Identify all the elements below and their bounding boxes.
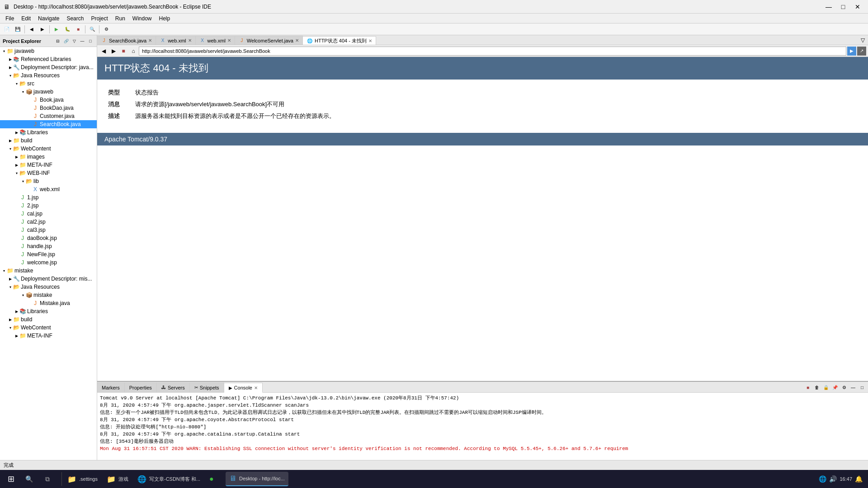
debug-button[interactable]: 🐛	[62, 24, 72, 34]
taskbar-item-csdn[interactable]: 🌐 写文章-CSDN博客 和...	[134, 472, 204, 486]
taskbar-item-search[interactable]: 🔍	[22, 472, 40, 486]
tree-node-deploy-desc[interactable]: ▶ 🔧 Deployment Descriptor: java...	[0, 63, 97, 71]
menu-help[interactable]: Help	[156, 14, 174, 23]
tab-close-http404[interactable]: ✕	[368, 38, 372, 43]
tree-node-meta-inf-mis[interactable]: ▶ 📁 META-INF	[0, 332, 97, 340]
toggle-pkg[interactable]: ▾	[21, 90, 25, 94]
taskbar-item-eclipse[interactable]: 🖥 Desktop - http://loc...	[226, 472, 288, 486]
tree-node-newfile-jsp[interactable]: ▶ J NewFile.jsp	[0, 250, 97, 258]
minimize-panel-icon[interactable]: —	[79, 38, 86, 45]
toggle-java-res[interactable]: ▾	[8, 74, 13, 78]
tab-web1[interactable]: X web.xml ✕	[156, 36, 195, 45]
toggle-mistake[interactable]: ▾	[2, 269, 6, 273]
toggle-libraries[interactable]: ▶	[14, 131, 19, 135]
console-maximize-btn[interactable]: □	[858, 383, 866, 391]
toggle-deploy-mis[interactable]: ▶	[8, 277, 13, 281]
toggle-images[interactable]: ▶	[14, 155, 19, 159]
tree-node-daobook-jsp[interactable]: ▶ J daoBook.jsp	[0, 234, 97, 242]
close-button[interactable]: ✕	[851, 2, 864, 11]
browser-back-btn[interactable]: ◀	[99, 47, 108, 56]
tree-node-jsp2[interactable]: ▶ J 2.jsp	[0, 202, 97, 210]
toggle-libraries-mis[interactable]: ▶	[14, 310, 19, 314]
taskbar-item-games[interactable]: 📁 游戏	[103, 472, 132, 486]
forward-button[interactable]: ▶	[38, 24, 47, 34]
menu-file[interactable]: File	[2, 14, 18, 23]
toggle-ref-libs[interactable]: ▶	[8, 57, 13, 61]
tree-node-build[interactable]: ▶ 📁 build	[0, 136, 97, 145]
tree-node-web-inf[interactable]: ▾ 📂 WEB-INF	[0, 169, 97, 177]
stop-button[interactable]: ■	[73, 24, 83, 34]
console-clear-btn[interactable]: 🗑	[813, 383, 821, 391]
tree-node-webcontent-mis[interactable]: ▾ 📂 WebContent	[0, 324, 97, 332]
toggle-lib[interactable]: ▾	[21, 179, 25, 183]
toggle-javaweb[interactable]: ▾	[2, 49, 6, 53]
tab-properties[interactable]: Properties	[125, 382, 157, 392]
tab-close-console[interactable]: ✕	[254, 385, 258, 390]
tree-node-jsp1[interactable]: ▶ J 1.jsp	[0, 193, 97, 202]
collapse-all-icon[interactable]: ⊟	[54, 38, 61, 45]
toggle-meta-inf-mis[interactable]: ▶	[14, 334, 19, 338]
console-stop-btn[interactable]: ■	[804, 383, 812, 391]
toggle-src[interactable]: ▾	[14, 82, 19, 86]
toggle-java-res-mis[interactable]: ▾	[8, 285, 13, 289]
go-external-btn[interactable]: ↗	[857, 47, 866, 56]
tree-node-libraries[interactable]: ▶ 📚 Libraries	[0, 128, 97, 136]
maximize-button[interactable]: □	[836, 2, 850, 11]
maximize-panel-icon[interactable]: □	[87, 38, 94, 45]
console-settings-btn[interactable]: ⚙	[840, 383, 848, 391]
toggle-mistake-pkg[interactable]: ▾	[21, 293, 25, 297]
settings-button[interactable]: ⚙	[101, 24, 111, 34]
taskbar-item-task-view[interactable]: ⧉	[42, 472, 60, 486]
tree-node-mistake-pkg[interactable]: ▾ 📦 mistake	[0, 291, 97, 299]
toggle-deploy[interactable]: ▶	[8, 66, 13, 70]
tree-node-cal-jsp[interactable]: ▶ J cal.jsp	[0, 210, 97, 218]
browser-home-btn[interactable]: ⌂	[129, 47, 138, 56]
console-pin-btn[interactable]: 📌	[831, 383, 839, 391]
tab-http404[interactable]: 🌐 HTTP状态 404 - 未找到 ✕	[303, 36, 376, 45]
tree-node-javaweb[interactable]: ▾ 📁 javaweb	[0, 47, 97, 55]
tree-node-libraries-mis[interactable]: ▶ 📚 Libraries	[0, 307, 97, 315]
tab-console[interactable]: ▶ Console ✕	[224, 383, 263, 393]
tree-node-bookdao-java[interactable]: ▶ J BookDao.java	[0, 104, 97, 112]
new-button[interactable]: 📄	[2, 24, 12, 34]
minimize-button[interactable]: —	[822, 2, 835, 11]
taskbar-item-green[interactable]: ●	[206, 472, 224, 486]
back-button[interactable]: ◀	[27, 24, 37, 34]
menu-search[interactable]: Search	[63, 14, 87, 23]
view-menu-tab-button[interactable]: ▽	[857, 36, 868, 45]
tree-node-searchbook-java[interactable]: ▶ J SearchBook.java	[0, 120, 97, 128]
tab-web2[interactable]: X web.xml ✕	[196, 36, 235, 45]
tree-node-meta-inf[interactable]: ▶ 📁 META-INF	[0, 161, 97, 169]
menu-window[interactable]: Window	[129, 14, 156, 23]
tree-node-mistake-java[interactable]: ▶ J Mistake.java	[0, 299, 97, 307]
tree-node-javaweb-pkg[interactable]: ▾ 📦 javaweb	[0, 88, 97, 96]
toggle-webcontent-mis[interactable]: ▾	[8, 326, 13, 330]
tree-node-welcome-jsp[interactable]: ▶ J welcome.jsp	[0, 258, 97, 267]
tab-close-welcomeservlet[interactable]: ✕	[295, 38, 299, 43]
tree-node-java-resources[interactable]: ▾ 📂 Java Resources	[0, 71, 97, 80]
browser-stop-btn[interactable]: ■	[119, 47, 128, 56]
tree-node-cal3-jsp[interactable]: ▶ J cal3.jsp	[0, 226, 97, 234]
menu-project[interactable]: Project	[87, 14, 111, 23]
tab-close-searchbook[interactable]: ✕	[148, 38, 152, 43]
menu-edit[interactable]: Edit	[18, 14, 34, 23]
tree-node-java-res-mis[interactable]: ▾ 📂 Java Resources	[0, 283, 97, 291]
tab-close-web1[interactable]: ✕	[188, 38, 192, 43]
tree-node-images[interactable]: ▶ 📁 images	[0, 153, 97, 161]
url-input[interactable]: http://localhost:8080/javaweb/servlet/ja…	[139, 47, 846, 56]
tab-servers[interactable]: 🖧 Servers	[157, 382, 190, 392]
toggle-meta-inf[interactable]: ▶	[14, 163, 19, 167]
tree-node-webcontent[interactable]: ▾ 📂 WebContent	[0, 145, 97, 153]
tree-node-build-mis[interactable]: ▶ 📁 build	[0, 315, 97, 324]
tab-snippets[interactable]: ✂ Snippets	[190, 382, 224, 392]
toggle-build[interactable]: ▶	[8, 139, 13, 143]
tree-node-handle-jsp[interactable]: ▶ J handle.jsp	[0, 242, 97, 250]
toggle-webcontent[interactable]: ▾	[8, 147, 13, 151]
console-scroll-lock-btn[interactable]: 🔒	[822, 383, 830, 391]
notification-icon[interactable]: 🔔	[855, 475, 863, 483]
run-button[interactable]: ▶	[52, 24, 61, 34]
search-button[interactable]: 🔍	[87, 24, 97, 34]
tree-node-ref-libs[interactable]: ▶ 📚 Referenced Libraries	[0, 55, 97, 63]
tree-node-book-java[interactable]: ▶ J Book.java	[0, 96, 97, 104]
view-menu-icon[interactable]: ▽	[71, 38, 78, 45]
